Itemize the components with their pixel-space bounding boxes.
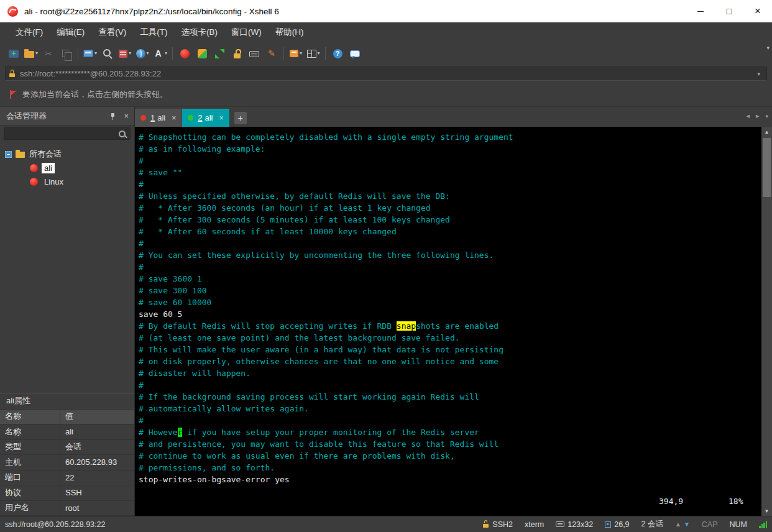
tab-scroll-right-icon[interactable]: ▸ <box>756 112 760 120</box>
session-tab-2[interactable]: 2ali× <box>182 109 229 127</box>
terminal-line: stop-writes-on-bgsave-error yes <box>139 474 761 485</box>
proxy-globe-icon <box>136 49 145 58</box>
tab-scroll-left-icon[interactable]: ◂ <box>746 112 750 120</box>
status-scroll-arrows[interactable]: ▲ ▼ <box>675 521 690 528</box>
terminal-line: # on disk properly, otherwise chances ar… <box>139 355 761 367</box>
scrollbar-thumb[interactable] <box>763 138 771 197</box>
highlight-pen-icon[interactable] <box>263 45 280 62</box>
session-search-input[interactable] <box>4 127 131 140</box>
open-session-folder-icon[interactable]: ▾ <box>22 45 40 62</box>
menu-item[interactable]: 选项卡(B) <box>175 24 225 41</box>
scrollbar-track[interactable] <box>761 137 772 506</box>
terminal-line: # save 60 10000 <box>139 296 761 308</box>
address-field[interactable]: ssh://root:***********@60.205.228.93:22 … <box>5 66 767 81</box>
new-tab-button[interactable]: + <box>234 112 247 124</box>
fullscreen-icon[interactable] <box>211 45 228 62</box>
dropdown-caret-icon[interactable]: ▾ <box>129 51 131 56</box>
scrollbar-up-icon[interactable]: ▲ <box>761 127 772 137</box>
virtual-keyboard-icon[interactable] <box>246 45 263 62</box>
session-tab-1[interactable]: 1ali× <box>135 109 182 127</box>
menu-item[interactable]: 窗口(W) <box>224 24 269 41</box>
xshell-icon[interactable] <box>176 45 193 62</box>
cursor-position-icon <box>605 521 611 528</box>
xftp-icon[interactable] <box>193 45 211 62</box>
status-screen-size[interactable]: 123x32 <box>556 520 593 529</box>
server-icon <box>119 50 127 58</box>
status-right: SSH2 xterm 123x32 26,9 2 会话 ▲ ▼ CAP NUM <box>483 519 767 530</box>
keyboard-icon <box>556 521 564 527</box>
terminal-line: # <box>139 178 761 190</box>
property-key: 用户名 <box>0 501 60 516</box>
menu-item[interactable]: 文件(F) <box>9 24 50 41</box>
properties-table: 名称 值 名称ali类型会话主机60.205.228.93端口22协议SSH用户… <box>0 409 134 516</box>
xftp-icon <box>198 49 207 58</box>
status-terminal-type[interactable]: xterm <box>525 520 544 529</box>
panel-close-icon[interactable]: × <box>122 111 131 121</box>
transfer-box-icon[interactable]: ▾ <box>287 45 305 62</box>
dropdown-caret-icon[interactable]: ▾ <box>147 51 149 56</box>
status-protocol-label: SSH2 <box>492 520 513 529</box>
find-icon[interactable] <box>99 45 116 62</box>
help-icon[interactable] <box>329 45 346 62</box>
dropdown-caret-icon[interactable]: ▾ <box>35 51 38 56</box>
terminal-line: save 60 5 <box>139 308 761 320</box>
tab-close-icon[interactable]: × <box>219 114 224 122</box>
terminal-line: # as in following example: <box>139 143 761 155</box>
terminal-line: # and persistence, you may want to disab… <box>139 438 761 450</box>
session-dialog-icon[interactable]: ▾ <box>81 45 99 62</box>
dropdown-caret-icon[interactable]: ▾ <box>165 51 167 56</box>
root-folder-label[interactable]: 所有会话 <box>29 149 62 160</box>
dropdown-caret-icon[interactable]: ▾ <box>94 51 97 56</box>
scroll-top-icon[interactable]: ▲ <box>675 521 681 528</box>
properties-header-value[interactable]: 值 <box>60 411 78 422</box>
maximize-button[interactable]: □ <box>715 0 743 22</box>
status-protocol[interactable]: SSH2 <box>483 520 513 529</box>
dropdown-caret-icon[interactable]: ▾ <box>318 51 320 56</box>
terminal-lines: # Snapshotting can be completely disable… <box>139 131 761 485</box>
terminal-line: # <box>139 155 761 167</box>
lock-screen-icon[interactable] <box>228 45 246 62</box>
address-url[interactable]: ssh://root:***********@60.205.228.93:22 <box>20 69 755 78</box>
properties-header-name[interactable]: 名称 <box>0 410 60 424</box>
tab-list-dropdown-icon[interactable]: ▾ <box>765 113 768 119</box>
font-icon[interactable]: ▾ <box>151 45 169 62</box>
feedback-chat-icon[interactable] <box>346 45 364 62</box>
pin-icon[interactable] <box>109 112 116 120</box>
toolbar-overflow-icon[interactable]: ▾ <box>766 45 770 51</box>
proxy-globe-icon[interactable]: ▾ <box>134 45 151 62</box>
menu-item[interactable]: 帮助(H) <box>269 24 311 41</box>
terminal[interactable]: # Snapshotting can be completely disable… <box>135 127 761 516</box>
properties-title: ali属性 <box>0 393 134 409</box>
scroll-bottom-icon[interactable]: ▼ <box>684 521 690 528</box>
tab-close-icon[interactable]: × <box>172 114 176 122</box>
dropdown-caret-icon[interactable]: ▾ <box>300 51 302 56</box>
vertical-scrollbar[interactable]: ▲ ▼ <box>761 127 772 516</box>
new-session-icon[interactable] <box>5 45 22 62</box>
status-screen-size-label: 123x32 <box>568 520 593 529</box>
session-label[interactable]: ali <box>42 163 55 173</box>
session-label[interactable]: Linux <box>42 177 66 187</box>
tree-expander-icon[interactable] <box>5 151 12 158</box>
font-icon <box>153 48 163 59</box>
status-bar: ssh://root@60.205.228.93:22 SSH2 xterm 1… <box>0 516 772 532</box>
scrollbar-down-icon[interactable]: ▼ <box>761 506 772 516</box>
tabs: 1ali×2ali× <box>135 109 230 127</box>
property-key: 主机 <box>0 455 60 470</box>
property-value: 60.205.228.93 <box>60 457 122 467</box>
menu-item[interactable]: 工具(T) <box>133 24 174 41</box>
terminal-line: # * After 3600 seconds (an hour) if at l… <box>139 202 761 214</box>
server-icon[interactable]: ▾ <box>116 45 134 62</box>
minimize-button[interactable]: ─ <box>686 0 715 22</box>
terminal-line: # However if you have setup your proper … <box>139 426 761 438</box>
menu-item[interactable]: 编辑(E) <box>50 24 91 41</box>
address-dropdown-icon[interactable]: ▾ <box>755 71 763 77</box>
session-item-Linux[interactable]: Linux <box>0 175 134 188</box>
close-button[interactable]: × <box>743 0 772 22</box>
tree-root-all-sessions[interactable]: 所有会话 <box>0 147 134 161</box>
status-session-count[interactable]: 2 会话 <box>641 519 663 530</box>
vim-ruler-percent: 18% <box>728 497 743 506</box>
menu-item[interactable]: 查看(V) <box>91 24 133 41</box>
session-item-ali[interactable]: ali <box>0 161 134 175</box>
toolbar-separator <box>325 47 326 60</box>
window-layout-icon[interactable]: ▾ <box>305 45 322 62</box>
